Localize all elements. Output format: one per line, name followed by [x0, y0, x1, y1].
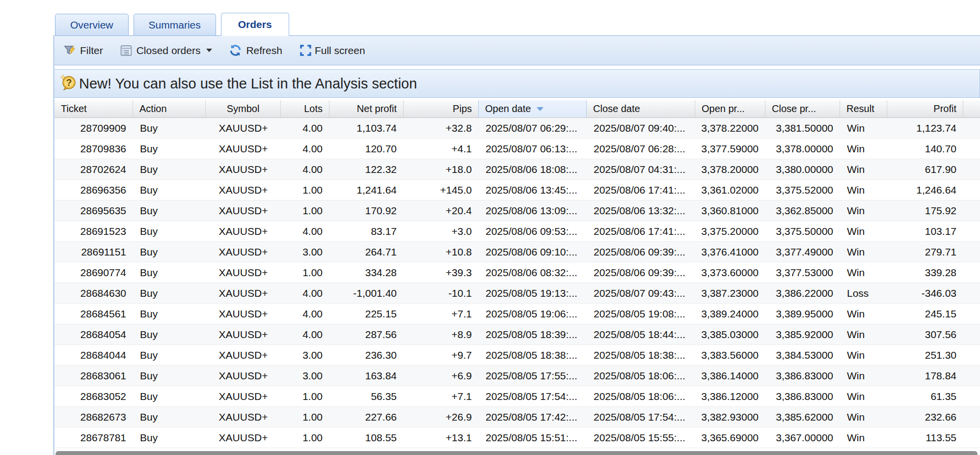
cell-lots: 4.00: [281, 283, 329, 303]
cell-close-price: 3,362.85000: [765, 200, 840, 221]
cell-filler: [963, 180, 980, 200]
table-row[interactable]: 28709836BuyXAUUSD+4.00120.70+4.12025/08/…: [54, 139, 980, 159]
cell-action: Buy: [133, 180, 206, 200]
cell-open-date: 2025/08/05 18:38:...: [479, 345, 587, 365]
tab-orders[interactable]: Orders: [221, 13, 289, 36]
cell-close-price: 3,380.00000: [765, 159, 840, 179]
cell-symbol: XAUUSD+: [206, 200, 281, 221]
column-header-open-date[interactable]: Open date: [478, 100, 587, 117]
cell-close-date: 2025/08/05 15:55:...: [587, 427, 695, 448]
cell-close-price: 3,377.53000: [765, 262, 840, 283]
table-row[interactable]: 28702624BuyXAUUSD+4.00122.32+18.02025/08…: [54, 159, 980, 180]
column-header-lots[interactable]: Lots: [281, 100, 329, 117]
full-screen-button[interactable]: Full screen: [296, 42, 368, 59]
cell-result: Win: [840, 407, 887, 427]
column-header-open-price[interactable]: Open pr...: [695, 100, 765, 117]
cell-lots: 3.00: [281, 345, 329, 365]
cell-close-date: 2025/08/07 09:40:...: [587, 118, 695, 138]
table-row[interactable]: 28683052BuyXAUUSD+1.0056.35+7.12025/08/0…: [54, 386, 980, 407]
tab-summaries[interactable]: Summaries: [134, 14, 216, 35]
grid-body: 28709909BuyXAUUSD+4.001,103.74+32.82025/…: [54, 118, 980, 448]
column-header-profit[interactable]: Profit: [887, 100, 963, 117]
table-row[interactable]: 28684630BuyXAUUSD+4.00-1,001.40-10.12025…: [54, 283, 980, 304]
cell-action: Buy: [133, 304, 206, 324]
column-header-close-price[interactable]: Close pr...: [765, 100, 840, 117]
cell-profit: 617.90: [887, 159, 963, 179]
column-header-close-date[interactable]: Close date: [587, 100, 695, 117]
cell-filler: [963, 283, 980, 303]
cell-pips: +10.8: [404, 242, 479, 262]
horizontal-scrollbar-thumb[interactable]: [55, 451, 978, 455]
cell-net-profit: 56.35: [329, 386, 404, 406]
table-row[interactable]: 28691523BuyXAUUSD+4.0083.17+3.02025/08/0…: [54, 221, 980, 242]
cell-net-profit: 227.66: [329, 407, 404, 427]
cell-open-date: 2025/08/05 17:55:...: [479, 366, 587, 386]
tab-overview[interactable]: Overview: [55, 14, 129, 35]
cell-lots: 1.00: [281, 386, 329, 406]
cell-result: Win: [840, 386, 887, 406]
table-row[interactable]: 28709909BuyXAUUSD+4.001,103.74+32.82025/…: [54, 118, 980, 139]
cell-open-date: 2025/08/06 09:53:...: [479, 221, 587, 241]
cell-result: Win: [840, 304, 887, 324]
column-header-pips[interactable]: Pips: [404, 100, 479, 117]
orders-list-icon: [120, 44, 133, 57]
table-row[interactable]: 28683061BuyXAUUSD+3.00163.84+6.92025/08/…: [54, 366, 980, 386]
table-row[interactable]: 28695635BuyXAUUSD+1.00170.92+20.42025/08…: [54, 200, 980, 221]
column-header-symbol[interactable]: Symbol: [206, 100, 281, 117]
cell-profit: 307.56: [887, 324, 963, 344]
cell-pips: +9.7: [404, 345, 479, 365]
cell-open-date: 2025/08/05 15:51:...: [479, 427, 587, 448]
cell-close-date: 2025/08/06 09:39:...: [587, 262, 695, 283]
cell-result: Win: [840, 221, 887, 241]
cell-net-profit: 287.56: [329, 324, 404, 344]
cell-lots: 1.00: [281, 180, 329, 200]
cell-result: Win: [840, 345, 887, 365]
cell-close-price: 3,375.52000: [765, 180, 840, 200]
cell-ticket: 28691523: [54, 221, 133, 241]
filter-button[interactable]: Filter: [60, 42, 106, 59]
table-row[interactable]: 28684561BuyXAUUSD+4.00225.15+7.12025/08/…: [54, 304, 980, 324]
cell-profit: 178.84: [887, 366, 963, 386]
cell-ticket: 28684630: [54, 283, 133, 303]
column-header-action[interactable]: Action: [133, 100, 206, 117]
cell-open-date: 2025/08/05 19:13:...: [479, 283, 587, 303]
cell-net-profit: 334.28: [329, 262, 404, 283]
cell-lots: 4.00: [281, 159, 329, 179]
filter-icon: [63, 44, 76, 57]
cell-symbol: XAUUSD+: [206, 427, 281, 448]
cell-pips: +6.9: [404, 366, 479, 386]
cell-pips: +145.0: [404, 180, 479, 200]
cell-result: Win: [840, 427, 887, 448]
table-row[interactable]: 28678781BuyXAUUSD+1.00108.55+13.12025/08…: [54, 427, 980, 448]
cell-action: Buy: [133, 324, 206, 344]
column-header-ticket[interactable]: Ticket: [54, 100, 133, 117]
cell-pips: +3.0: [404, 221, 479, 241]
cell-filler: [963, 407, 980, 427]
cell-symbol: XAUUSD+: [206, 118, 281, 138]
closed-orders-dropdown[interactable]: Closed orders: [117, 42, 216, 59]
cell-close-date: 2025/08/06 13:32:...: [587, 200, 695, 221]
cell-profit: 339.28: [887, 262, 963, 283]
cell-action: Buy: [133, 283, 206, 303]
cell-action: Buy: [133, 407, 206, 427]
table-row[interactable]: 28691151BuyXAUUSD+3.00264.71+10.82025/08…: [54, 242, 980, 262]
table-row[interactable]: 28696356BuyXAUUSD+1.001,241.64+145.02025…: [54, 180, 980, 200]
cell-ticket: 28683061: [54, 366, 133, 386]
table-row[interactable]: 28684044BuyXAUUSD+3.00236.30+9.72025/08/…: [54, 345, 980, 366]
cell-open-price: 3,377.59000: [695, 139, 765, 159]
cell-open-date: 2025/08/06 13:45:...: [479, 180, 587, 200]
cell-open-price: 3,373.60000: [695, 262, 765, 283]
table-row[interactable]: 28684054BuyXAUUSD+4.00287.56+8.92025/08/…: [54, 324, 980, 345]
table-row[interactable]: 28690774BuyXAUUSD+1.00334.28+39.32025/08…: [54, 262, 980, 283]
cell-close-price: 3,381.50000: [765, 118, 840, 138]
cell-open-price: 3,360.81000: [695, 200, 765, 221]
column-header-net-profit[interactable]: Net profit: [329, 100, 404, 117]
cell-filler: [963, 118, 980, 138]
column-header-result[interactable]: Result: [840, 100, 887, 117]
cell-net-profit: 264.71: [329, 242, 404, 262]
table-row[interactable]: 28682673BuyXAUUSD+1.00227.66+26.92025/08…: [54, 407, 980, 427]
cell-profit: 61.35: [887, 386, 963, 406]
refresh-button[interactable]: Refresh: [226, 42, 285, 59]
cell-filler: [963, 366, 980, 386]
cell-ticket: 28709836: [54, 139, 133, 159]
